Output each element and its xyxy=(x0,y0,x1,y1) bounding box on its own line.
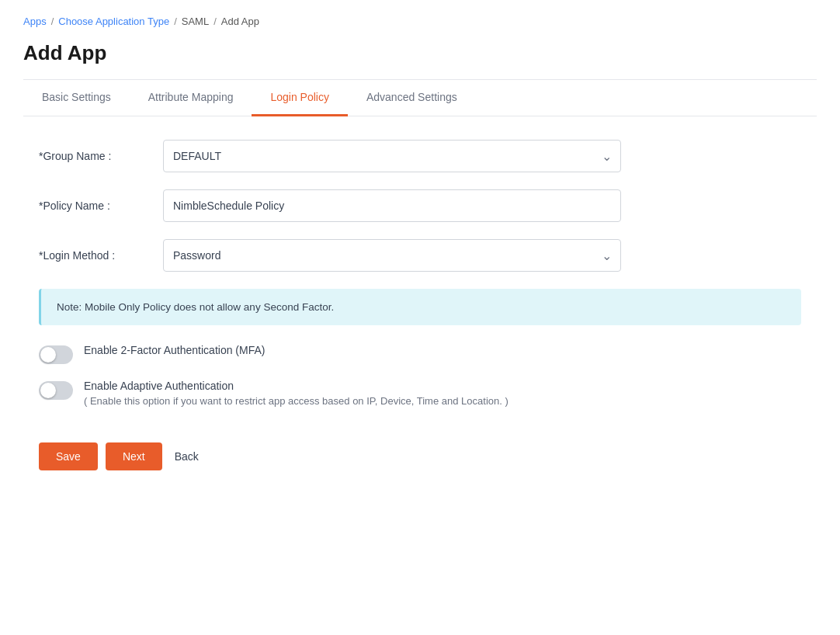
policy-name-input[interactable] xyxy=(163,189,621,222)
form-section: *Group Name : DEFAULT Group1 Group2 ⌄ *P… xyxy=(23,140,817,470)
mfa-label: Enable 2-Factor Authentication (MFA) xyxy=(84,344,265,356)
note-text: Note: Mobile Only Policy does not allow … xyxy=(57,301,334,313)
tab-attribute-mapping[interactable]: Attribute Mapping xyxy=(130,80,252,116)
adaptive-toggle[interactable] xyxy=(39,381,73,400)
policy-name-row: *Policy Name : xyxy=(39,189,801,222)
breadcrumb-sep-1: / xyxy=(51,16,54,27)
login-method-label: *Login Method : xyxy=(39,249,163,262)
note-box: Note: Mobile Only Policy does not allow … xyxy=(39,289,801,325)
breadcrumb-choose-app-type[interactable]: Choose Application Type xyxy=(58,16,169,27)
mfa-toggle-wrapper[interactable] xyxy=(39,345,73,364)
adaptive-toggle-wrapper[interactable] xyxy=(39,381,73,400)
group-name-label: *Group Name : xyxy=(39,150,163,162)
next-button[interactable]: Next xyxy=(106,442,162,470)
mfa-toggle-row: Enable 2-Factor Authentication (MFA) xyxy=(39,344,801,364)
group-name-select[interactable]: DEFAULT Group1 Group2 xyxy=(163,140,621,172)
breadcrumb-saml: SAML xyxy=(182,16,209,27)
tab-advanced-settings[interactable]: Advanced Settings xyxy=(348,80,476,116)
breadcrumb-add-app: Add App xyxy=(221,16,259,27)
mfa-toggle-knob xyxy=(40,347,56,363)
group-name-select-wrapper: DEFAULT Group1 Group2 ⌄ xyxy=(163,140,621,172)
mfa-toggle[interactable] xyxy=(39,345,73,364)
login-method-row: *Login Method : Password OTP Certificate… xyxy=(39,239,801,272)
adaptive-label-group: Enable Adaptive Authentication ( Enable … xyxy=(84,380,509,407)
login-method-select[interactable]: Password OTP Certificate xyxy=(163,239,621,272)
save-button[interactable]: Save xyxy=(39,442,98,470)
adaptive-toggle-row: Enable Adaptive Authentication ( Enable … xyxy=(39,380,801,407)
tab-login-policy[interactable]: Login Policy xyxy=(252,80,348,116)
login-method-select-wrapper: Password OTP Certificate ⌄ xyxy=(163,239,621,272)
group-name-row: *Group Name : DEFAULT Group1 Group2 ⌄ xyxy=(39,140,801,172)
footer-actions: Save Next Back xyxy=(39,430,801,470)
back-button[interactable]: Back xyxy=(170,442,203,470)
breadcrumb-apps[interactable]: Apps xyxy=(23,16,47,27)
breadcrumb: Apps / Choose Application Type / SAML / … xyxy=(23,16,817,27)
breadcrumb-sep-2: / xyxy=(174,16,177,27)
breadcrumb-sep-3: / xyxy=(213,16,217,27)
tab-bar: Basic Settings Attribute Mapping Login P… xyxy=(23,80,817,116)
adaptive-toggle-knob xyxy=(40,383,56,398)
mfa-label-group: Enable 2-Factor Authentication (MFA) xyxy=(84,344,265,356)
page-title: Add App xyxy=(23,41,817,65)
policy-name-label: *Policy Name : xyxy=(39,200,163,212)
tab-basic-settings[interactable]: Basic Settings xyxy=(23,80,130,116)
adaptive-sublabel: ( Enable this option if you want to rest… xyxy=(84,395,509,407)
adaptive-label: Enable Adaptive Authentication xyxy=(84,380,509,392)
